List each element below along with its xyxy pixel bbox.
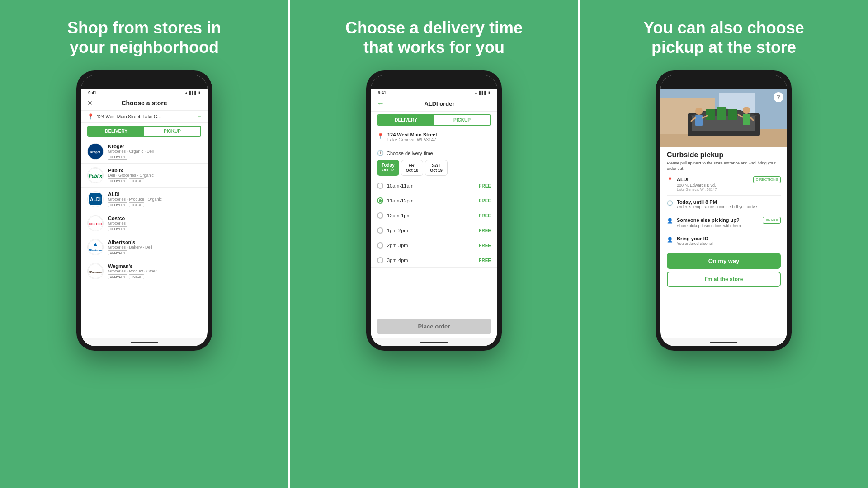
time-header: 🕐 Choose delivery time — [371, 146, 497, 160]
someone-label: Someone else picking up? — [677, 217, 740, 223]
address-bar[interactable]: 📍 124 West Main Street, Lake G... ✏ — [81, 111, 208, 123]
svg-text:ALDI: ALDI — [90, 197, 101, 202]
store-item-publix[interactable]: Publix Publix Deli · Groceries · Organic… — [81, 164, 208, 188]
location-pin-icon: 📍 — [87, 113, 94, 120]
delivery-address: 📍 124 West Main Street Lake Geneva, WI 5… — [371, 128, 497, 146]
curbside-description: Please pull up next to the store entranc… — [667, 161, 781, 171]
publix-categories: Deli · Groceries · Organic — [108, 173, 201, 178]
signal-icon-mid: ▌▌▌ — [479, 91, 487, 95]
status-bar: 9:41 ▲ ▌▌▌ ▮ — [81, 89, 208, 96]
directions-button[interactable]: DIRECTIONS — [753, 176, 781, 183]
svg-text:kroger: kroger — [90, 150, 100, 154]
slot-2pm-label: 2pm-3pm — [387, 243, 475, 248]
store-item-aldi[interactable]: ALDI ALDI Groceries · Produce · Organic … — [81, 188, 208, 211]
right-phone: ? Curbside pickup Please pull up next to… — [656, 70, 792, 351]
publix-pickup-badge: PICKUP — [129, 178, 144, 183]
hours-info-item: 🕐 Today, until 8 PM Order is temperature… — [667, 199, 781, 213]
address-pin-icon: 📍 — [377, 133, 384, 139]
costco-categories: Groceries — [108, 221, 201, 225]
store-item-costco[interactable]: COSTCO Costco Groceries DELIVERY — [81, 211, 208, 235]
time-slot-2pm[interactable]: 2pm-3pm FREE — [371, 238, 497, 253]
pickup-store-name: ALDI — [677, 177, 689, 182]
costco-name: Costco — [108, 216, 201, 221]
kroger-logo: kroger — [87, 143, 104, 160]
back-icon[interactable]: ← — [377, 99, 384, 108]
on-my-way-button[interactable]: On my way — [667, 253, 781, 269]
bottom-indicator — [131, 342, 158, 343]
radio-1pm[interactable] — [377, 227, 383, 234]
costco-delivery-badge: DELIVERY — [108, 226, 127, 231]
aldi-delivery-badge: DELIVERY — [108, 202, 127, 207]
store-item-kroger[interactable]: kroger Kroger Groceries · Organic · Deli… — [81, 140, 208, 164]
albertsons-delivery-badge: DELIVERY — [108, 250, 127, 255]
radio-2pm[interactable] — [377, 242, 383, 249]
kroger-delivery-badge: DELIVERY — [108, 155, 127, 160]
wegmans-delivery-badge: DELIVERY — [108, 274, 127, 279]
date-tabs: Today Oct 17 FRI Oct 18 SAT Oct 19 — [371, 160, 497, 176]
edit-icon[interactable]: ✏ — [198, 114, 201, 119]
someone-else-item: 👤 Someone else picking up? SHARE Share p… — [667, 217, 781, 232]
slot-1pm-price: FREE — [479, 228, 491, 233]
signal-icon: ▌▌▌ — [189, 91, 197, 95]
slot-10am-label: 10am-11am — [387, 183, 475, 188]
time-slot-3pm[interactable]: 3pm-4pm FREE — [371, 253, 497, 268]
svg-rect-23 — [695, 115, 703, 126]
date-tab-fri[interactable]: FRI Oct 18 — [401, 160, 424, 176]
phone-notch — [81, 75, 208, 89]
kroger-categories: Groceries · Organic · Deli — [108, 149, 201, 154]
place-order-button[interactable]: Place order — [377, 319, 491, 334]
svg-text:COSTCO: COSTCO — [89, 222, 103, 225]
albertsons-name: Albertson's — [108, 239, 201, 245]
svg-point-26 — [743, 107, 750, 114]
store-item-wegmans[interactable]: Wegmans Wegman's Groceries · Product · O… — [81, 259, 208, 283]
pickup-content: Curbside pickup Please pull up next to t… — [660, 147, 787, 338]
share-button[interactable]: SHARE — [763, 217, 781, 224]
store-info-item: 📍 ALDI DIRECTIONS 200 N. Edwards Blvd. L… — [667, 176, 781, 196]
delivery-pickup-tabs: DELIVERY PICKUP — [87, 126, 201, 137]
slot-1pm-label: 1pm-2pm — [387, 228, 475, 233]
svg-rect-20 — [717, 107, 726, 120]
wegmans-info: Wegman's Groceries · Product · Other DEL… — [108, 263, 201, 279]
kroger-name: Kroger — [108, 144, 201, 149]
time-slot-1pm[interactable]: 1pm-2pm FREE — [371, 223, 497, 238]
left-phone: 9:41 ▲ ▌▌▌ ▮ ✕ Choose a store 📍 124 West… — [76, 70, 212, 351]
radio-10am[interactable] — [377, 183, 383, 189]
store-item-albertsons[interactable]: ▲Albertsons Albertson's Groceries · Bake… — [81, 235, 208, 259]
right-panel-title: You can also choosepickup at the store — [643, 18, 804, 57]
hours-sub: Order is temperature controlled till you… — [677, 205, 781, 209]
curbside-title: Curbside pickup — [667, 151, 781, 159]
battery-icon-mid: ▮ — [488, 91, 490, 95]
radio-12pm[interactable] — [377, 212, 383, 219]
wegmans-categories: Groceries · Product · Other — [108, 269, 201, 273]
im-at-store-button[interactable]: I'm at the store — [667, 272, 781, 287]
mid-pickup-tab[interactable]: PICKUP — [434, 115, 490, 125]
time-slot-12pm[interactable]: 12pm-1pm FREE — [371, 208, 497, 223]
fri-date: Oct 18 — [406, 168, 419, 173]
time-slot-10am[interactable]: 10am-11am FREE — [371, 178, 497, 193]
svg-point-22 — [695, 108, 703, 115]
time-slot-11am[interactable]: 11am-12pm FREE — [371, 193, 497, 208]
left-panel-title: Shop from stores inyour neighborhood — [67, 18, 221, 57]
date-tab-sat[interactable]: SAT Oct 19 — [425, 160, 448, 176]
close-icon[interactable]: ✕ — [87, 99, 93, 107]
wegmans-pickup-badge: PICKUP — [129, 274, 144, 279]
store-location-icon: 📍 — [667, 177, 673, 183]
left-panel: Shop from stores inyour neighborhood 9:4… — [0, 0, 288, 488]
radio-3pm[interactable] — [377, 257, 383, 263]
store-header: ✕ Choose a store — [81, 96, 208, 111]
bring-id-item: 👤 Bring your ID You ordered alcohol — [667, 236, 781, 249]
aldi-name: ALDI — [108, 192, 201, 197]
clock-icon: 🕐 — [377, 150, 384, 156]
right-panel: You can also choosepickup at the store — [580, 0, 868, 488]
svg-text:▲: ▲ — [92, 240, 99, 248]
battery-icon: ▮ — [198, 91, 200, 95]
delivery-tab[interactable]: DELIVERY — [88, 127, 144, 136]
date-tab-today[interactable]: Today Oct 17 — [377, 160, 399, 176]
pickup-tab[interactable]: PICKUP — [144, 127, 200, 136]
radio-11am[interactable] — [377, 197, 383, 204]
hours-main: Today, until 8 PM — [677, 199, 781, 205]
today-day-name: Today — [382, 163, 395, 168]
curbside-photo: ? — [660, 89, 787, 147]
address-text: 124 West Main Street, Lake G... — [97, 114, 195, 119]
mid-delivery-tab[interactable]: DELIVERY — [378, 115, 434, 125]
